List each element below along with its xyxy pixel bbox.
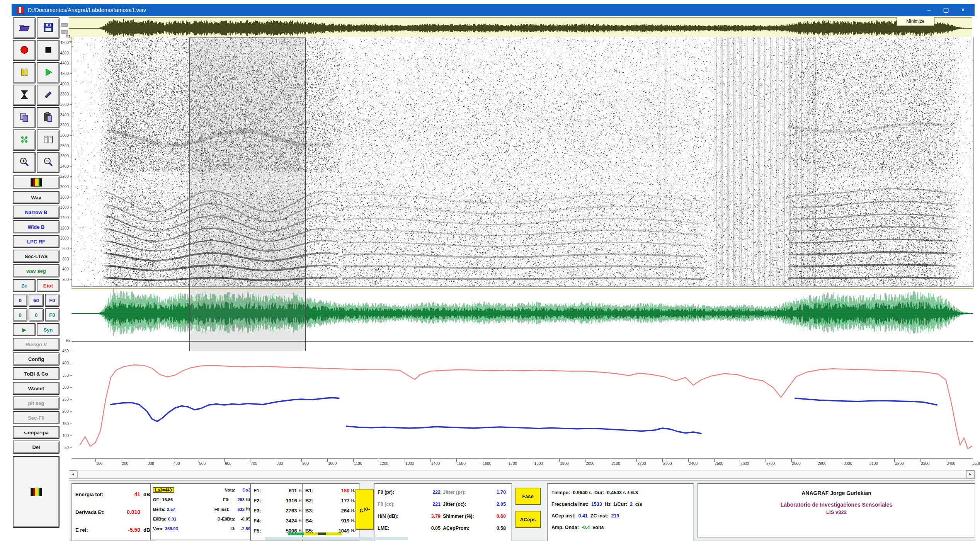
spectrogram-tick: [70, 156, 72, 156]
overview-waveform-canvas[interactable]: [69, 18, 972, 39]
f0-button[interactable]: F0: [45, 294, 60, 307]
pause-button[interactable]: [13, 62, 36, 83]
pitch-contours-canvas[interactable]: [71, 342, 973, 458]
time-tick: [559, 459, 560, 462]
wav-button[interactable]: Wav: [13, 191, 60, 204]
time-info-segment: 0.9640 s: [573, 490, 592, 495]
maximize-button[interactable]: ▢: [937, 4, 954, 16]
zoom-out-icon: [43, 156, 54, 169]
tobi-co-button[interactable]: ToBI & Co: [13, 367, 60, 380]
grid-button[interactable]: [13, 129, 36, 151]
zoom-in-icon: [19, 156, 30, 169]
wav-seg-button[interactable]: wav seg: [13, 264, 60, 277]
config-button[interactable]: Config: [13, 352, 60, 366]
voice-label: F0 (cc):: [378, 502, 395, 507]
voice-value: 2.05: [497, 502, 506, 507]
minimize-button[interactable]: –: [920, 4, 937, 16]
f0-button[interactable]: F0: [45, 308, 60, 322]
scroll-left-arrow-icon[interactable]: ◄: [69, 470, 77, 478]
energy-row: E rel:-5.50dB: [75, 527, 152, 533]
la3-440-badge[interactable]: La3=440: [153, 487, 174, 493]
open-button[interactable]: [13, 17, 36, 39]
time-tick-label: 2900: [818, 461, 826, 466]
mini-strip: [265, 537, 408, 540]
time-tick-label: 500: [199, 461, 206, 466]
time-tick-label: 1000: [328, 461, 337, 466]
anagraf-window: { "window": { "title": "D:/Documentos/An…: [0, 0, 980, 541]
time-info-row: Tiempo:0.9640 sDur:0.4543 s ± 6.3: [551, 487, 689, 498]
time-info-segment: Frecuencia inst:: [551, 502, 589, 507]
voice-value: 221: [432, 502, 441, 507]
narrow-b-button[interactable]: Narrow B: [13, 206, 60, 219]
--button[interactable]: ▶: [13, 323, 36, 336]
wait-button[interactable]: [13, 85, 36, 106]
pit-seg-button[interactable]: pit seg: [13, 396, 60, 410]
spectrogram-tick: [70, 218, 72, 218]
minimize-tooltip: Minimize: [897, 17, 934, 26]
spectrogram-tick: [70, 176, 72, 177]
zc-button[interactable]: Zc: [13, 279, 36, 292]
time-tick-label: 1700: [509, 461, 517, 466]
time-tick-label: 100: [96, 461, 103, 466]
energy-value: 41: [134, 491, 140, 497]
close-button[interactable]: ×: [954, 4, 971, 16]
voice-measures-panel: F0 (pr):222F0 (cc):221H/N (dB):3.79LME:0…: [374, 483, 512, 541]
spectrogram-tick-label: 4600: [53, 51, 69, 55]
fase-button[interactable]: Fase: [515, 488, 541, 505]
energy-panel: Energía tot:41dBDerivada Et:0.010E rel:-…: [71, 483, 156, 541]
toolbar-button-row: ▶Syn: [13, 323, 60, 336]
0-button[interactable]: 0: [13, 308, 27, 322]
syn-button[interactable]: Syn: [37, 323, 60, 336]
copy-button[interactable]: [13, 107, 36, 128]
pitch-tick-label: 450: [53, 349, 69, 353]
60-button[interactable]: 60: [29, 294, 43, 307]
colormap-button[interactable]: [13, 175, 60, 189]
zoom-in-button[interactable]: [13, 152, 36, 173]
pitch-tick-label: 150: [53, 422, 69, 426]
del-button[interactable]: Del: [13, 441, 60, 454]
spectrogram-tick-label: 3200: [53, 123, 69, 127]
spectrogram-tick-label: 2200: [53, 174, 69, 179]
time-tick: [95, 459, 96, 462]
energy-value: -5.50: [128, 527, 140, 533]
note-right-value: 632: [231, 507, 245, 512]
time-info-segment: -0.4: [582, 525, 590, 530]
scrollbar-thumb[interactable]: [77, 471, 965, 478]
toolbar-bottom-panel[interactable]: [13, 456, 60, 528]
sec-ltas-button[interactable]: Sec-LTAS: [13, 250, 60, 263]
pitch-intensity-panel[interactable]: [71, 342, 973, 458]
0-button[interactable]: 0: [29, 308, 43, 322]
spectrogram-tick-label: 3800: [53, 92, 69, 96]
0-button[interactable]: 0: [13, 294, 27, 307]
spectrogram-tick: [70, 187, 72, 187]
pitch-tick-label: 200: [53, 409, 69, 413]
record-button[interactable]: [13, 40, 36, 61]
voice-row: H/N (dB):3.79: [378, 510, 443, 522]
sec-f0-button[interactable]: Sec-F0: [13, 411, 60, 424]
time-tick: [482, 459, 482, 462]
sampa-ipa-button[interactable]: sampa-ipa: [13, 426, 60, 439]
spectrogram-tick-label: 2600: [53, 154, 69, 158]
time-selection-region[interactable]: [189, 37, 306, 351]
aceps-button[interactable]: ACeps: [515, 511, 541, 528]
title-bar[interactable]: D:/Documentos/Anagraf/Labdemo/famosa1.wa…: [12, 4, 975, 16]
spectrogram-tick: [70, 166, 72, 167]
wide-b-button[interactable]: Wide B: [13, 220, 60, 233]
note-row: Berta:2.57F0 inst:632Hz: [153, 504, 250, 514]
spectrogram-tick-label: 1600: [53, 205, 69, 209]
riesgo-v-button[interactable]: Riesgo V: [13, 338, 60, 351]
spectrogram-tick: [70, 259, 72, 259]
scroll-right-arrow-icon[interactable]: ►: [966, 470, 975, 478]
cal-button[interactable]: CAL: [355, 489, 374, 529]
time-tick: [662, 459, 663, 462]
wavlet-button[interactable]: Wavlet: [13, 382, 60, 395]
pitch-tick: [70, 424, 72, 424]
lpc-rf-button[interactable]: LPC RF: [13, 235, 60, 248]
spectrogram-tick-label: 2800: [53, 144, 69, 148]
time-tick: [740, 459, 740, 462]
pitch-tick: [70, 436, 72, 436]
credits-author: ANAGRAF Jorge Gurlekian: [698, 490, 975, 496]
spectrogram-tick: [70, 84, 72, 84]
bandwidth-row-value: 177: [341, 498, 350, 504]
time-tick-label: 200: [122, 461, 128, 466]
